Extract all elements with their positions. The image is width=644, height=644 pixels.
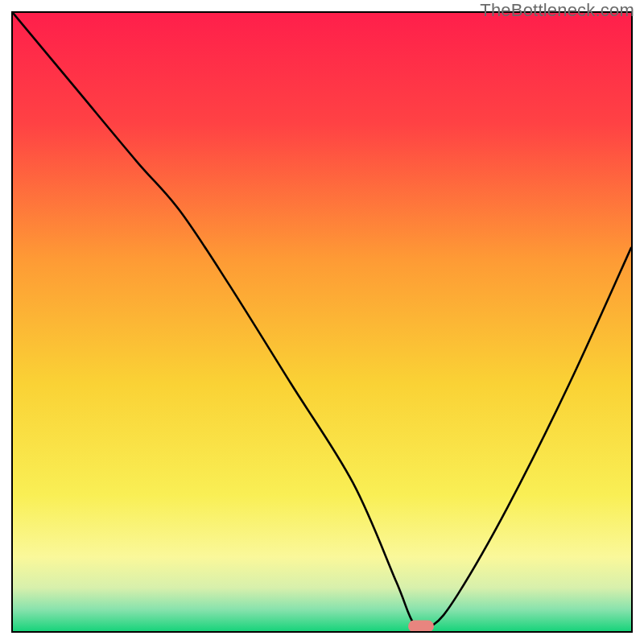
optimal-marker bbox=[408, 620, 434, 632]
curve-layer bbox=[13, 13, 631, 631]
bottleneck-curve bbox=[13, 13, 631, 630]
bottleneck-chart: TheBottleneck.com bbox=[0, 0, 644, 644]
watermark-label: TheBottleneck.com bbox=[480, 0, 634, 21]
plot-area bbox=[11, 11, 633, 633]
